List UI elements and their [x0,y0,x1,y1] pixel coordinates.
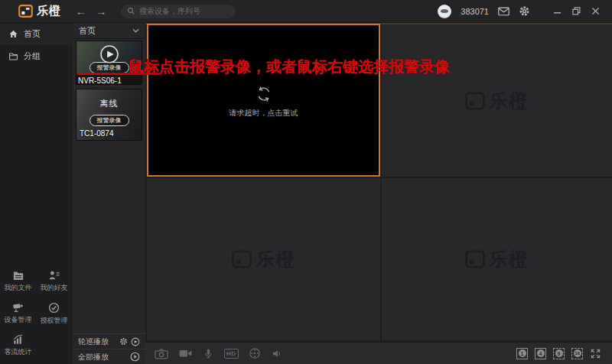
microphone-icon[interactable] [203,347,214,359]
sidebar-item-customer-flow-stats[interactable]: 客流统计 [0,330,36,362]
device-panel-title: 首页 [79,25,96,37]
sidebar-tools: 我的文件 我的好友 设备管理 [0,266,73,364]
device-panel-footer: 轮巡播放 全部播放 [73,333,145,364]
fullscreen-icon[interactable] [590,348,601,359]
user-avatar[interactable] [438,5,451,18]
watermark-logo-icon [232,250,252,268]
offline-status: 离线 [76,98,142,109]
retry-area[interactable]: 请求超时，点击重试 [230,85,298,119]
sidebar: 首页 分组 我的文件 [0,23,73,364]
back-arrow-icon[interactable]: ← [72,5,90,18]
sidebar-item-home[interactable]: 首页 [0,23,73,45]
restore-window-button[interactable] [572,7,581,15]
video-cell-active[interactable]: 请求超时，点击重试 [147,24,380,177]
annotation-text: 鼠标点击报警录像，或者鼠标右键选择报警录像 [129,57,450,77]
volume-icon[interactable] [271,348,283,359]
record-video-icon[interactable] [178,348,193,359]
video-cell-empty[interactable]: 乐橙 [382,24,612,177]
folder-icon [8,51,18,61]
camera-card-tc1[interactable]: 离线 报警录像 TC1-0874 [76,89,142,141]
watermark: 乐橙 [465,89,529,113]
device-camera-icon [12,302,24,313]
sidebar-item-authorization-management[interactable]: 授权管理 [36,298,72,330]
layout-9-button[interactable]: 9 [553,348,565,359]
bottom-toolbar: HD 1 4 9 16 [145,342,612,364]
sidebar-item-my-friends[interactable]: 我的好友 [36,266,72,298]
watermark: 乐橙 [232,247,296,271]
refresh-spinner-icon[interactable] [255,85,273,103]
app-title: 乐橙 [37,4,61,18]
home-icon [8,29,18,39]
sidebar-item-label: 首页 [24,28,41,40]
annotation-underline [76,73,161,75]
play-all-row[interactable]: 全部播放 [73,349,145,364]
retry-text[interactable]: 请求超时，点击重试 [230,108,298,119]
title-bar: 乐橙 ← → 383071 [0,0,612,23]
search-box[interactable] [121,5,236,18]
play-all-icon[interactable] [130,352,140,362]
sidebar-item-device-management[interactable]: 设备管理 [0,298,36,330]
watermark-logo-icon [465,92,485,110]
forward-arrow-icon[interactable]: → [92,5,110,18]
snapshot-camera-icon[interactable] [155,348,168,359]
messages-icon[interactable] [498,7,509,16]
tour-settings-gear-icon[interactable] [119,337,128,346]
watermark-logo-icon [465,250,485,268]
alarm-record-button[interactable]: 报警录像 [90,115,129,126]
minimize-button[interactable] [553,7,562,15]
sidebar-item-label: 分组 [24,50,41,62]
chevron-down-icon [132,28,139,33]
search-input[interactable] [139,7,223,15]
layout-4-button[interactable]: 4 [535,348,546,359]
tour-play-row[interactable]: 轮巡播放 [73,333,145,349]
my-friends-icon [48,270,60,281]
video-cell-empty[interactable]: 乐橙 [382,178,612,340]
camera-thumbnail[interactable]: 离线 报警录像 TC1-0874 [76,89,142,140]
sidebar-item-my-files[interactable]: 我的文件 [0,266,36,298]
auth-check-icon [48,302,60,314]
hd-quality-button[interactable]: HD [224,349,239,359]
layout-1-button[interactable]: 1 [516,348,528,359]
camera-name: TC1-0874 [78,128,115,138]
tour-play-icon[interactable] [131,337,140,346]
search-icon [127,7,135,15]
settings-gear-icon[interactable] [519,5,530,17]
device-panel-header[interactable]: 首页 [73,23,145,39]
close-button[interactable] [591,7,600,15]
watermark: 乐橙 [465,247,529,271]
video-cell-empty[interactable]: 乐橙 [147,178,380,340]
stats-chart-icon [12,334,24,345]
user-id: 383071 [461,7,489,16]
lechange-logo-icon [18,5,33,18]
ptz-control-icon[interactable] [249,347,261,359]
my-files-icon [12,270,24,281]
app-logo: 乐橙 [18,4,61,18]
alarm-record-button[interactable]: 报警录像 [90,62,129,73]
layout-16-button[interactable]: 16 [571,348,583,359]
sidebar-item-groups[interactable]: 分组 [0,45,73,67]
